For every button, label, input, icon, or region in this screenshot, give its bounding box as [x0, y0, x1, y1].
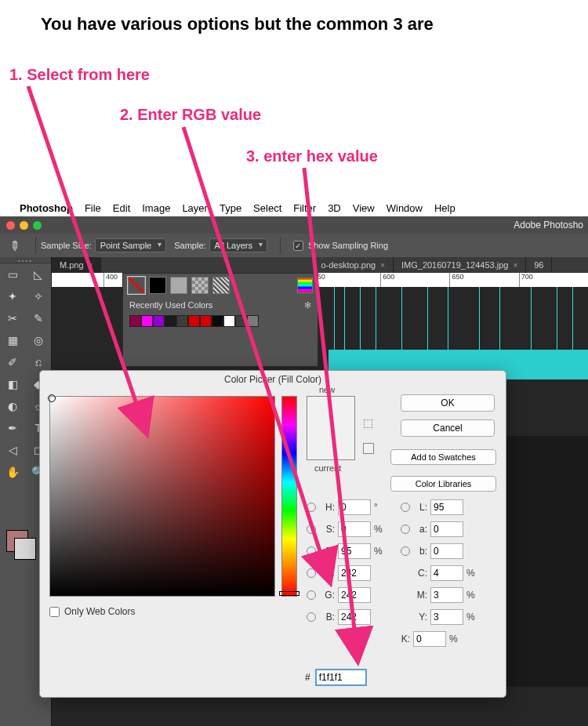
tab-4[interactable]: 96 [526, 257, 552, 273]
swatch-item[interactable] [247, 315, 259, 327]
add-to-swatches-button[interactable]: Add to Swatches [390, 449, 496, 465]
color-field-cursor[interactable] [48, 394, 56, 402]
selection-tool-icon[interactable]: ◺ [26, 263, 52, 285]
no-fill-icon[interactable] [128, 277, 145, 294]
panel-grip[interactable]: •••• [0, 257, 51, 263]
swatch-item[interactable] [223, 315, 235, 327]
unit-y: % [466, 612, 477, 623]
input-g[interactable]: 242 [338, 587, 371, 603]
menu-file[interactable]: File [85, 202, 101, 214]
solid-fill-icon[interactable] [149, 277, 166, 294]
eraser-tool-icon[interactable]: ◧ [0, 373, 26, 395]
path-tool-icon[interactable]: ◁ [0, 439, 26, 461]
color-libraries-button[interactable]: Color Libraries [390, 476, 496, 492]
radio-bv[interactable] [307, 546, 316, 556]
slice-tool-icon[interactable]: ▦ [0, 329, 26, 351]
swatch-item[interactable] [188, 315, 200, 327]
tab-3[interactable]: IMG_20160719_124453.jpg× [394, 257, 526, 273]
tab-1[interactable]: M.png× [52, 257, 101, 273]
swatch-item[interactable] [129, 315, 141, 327]
wand-tool-icon[interactable]: ✧ [26, 285, 52, 307]
menu-filter[interactable]: Filter [293, 202, 316, 214]
radio-a[interactable] [401, 525, 410, 534]
swatch-item[interactable] [176, 315, 188, 327]
radio-b[interactable] [401, 546, 410, 556]
spectrum-icon[interactable] [297, 278, 313, 293]
menu-window[interactable]: Window [387, 202, 423, 214]
only-web-colors[interactable]: Only Web Colors [49, 606, 135, 617]
menu-layer[interactable]: Layer [182, 202, 208, 214]
menu-image[interactable]: Image [142, 202, 170, 214]
input-s[interactable]: 0 [338, 521, 371, 537]
tab-close-icon[interactable]: × [513, 261, 517, 270]
input-l[interactable]: 95 [430, 499, 463, 515]
input-bv[interactable]: 95 [338, 543, 371, 559]
only-web-colors-checkbox[interactable] [49, 607, 60, 617]
label-s: S: [319, 524, 335, 535]
radio-s[interactable] [307, 525, 316, 534]
menu-type[interactable]: Type [220, 202, 241, 214]
window-maximize-button[interactable] [33, 221, 42, 230]
input-y[interactable]: 3 [430, 609, 463, 625]
window-close-button[interactable] [6, 221, 15, 230]
lasso-tool-icon[interactable]: ✦ [0, 285, 26, 307]
radio-h[interactable] [307, 503, 316, 512]
heal-tool-icon[interactable]: ◎ [26, 329, 52, 351]
ok-button[interactable]: OK [401, 394, 495, 412]
crop-tool-icon[interactable]: ✂ [0, 307, 26, 329]
swatch-item[interactable] [153, 315, 165, 327]
input-h[interactable]: 0 [338, 499, 371, 515]
tab-close-icon[interactable]: × [89, 261, 93, 270]
menu-edit[interactable]: Edit [113, 202, 130, 214]
menu-view[interactable]: View [353, 202, 375, 214]
hand-tool-icon[interactable]: ✋ [0, 461, 26, 483]
radio-r[interactable] [307, 568, 316, 578]
cube-icon[interactable]: ⬚ [363, 416, 373, 429]
add-swatch-chip[interactable] [363, 443, 374, 454]
eyedropper-tool-icon[interactable]: ✎ [26, 307, 52, 329]
sample-dropdown[interactable]: All Layers [209, 238, 267, 252]
move-tool-icon[interactable]: ▭ [0, 263, 26, 285]
tab-2[interactable]: o-desktop.png× [313, 257, 394, 273]
hue-slider[interactable] [281, 396, 297, 597]
swatch-item[interactable] [141, 315, 153, 327]
hex-input[interactable]: f1f1f1 [315, 669, 367, 686]
input-a[interactable]: 0 [430, 521, 463, 537]
menu-app-name[interactable]: Photoshop [20, 202, 73, 214]
input-k[interactable]: 0 [413, 631, 446, 647]
panel-gear-icon[interactable]: ✻ [304, 300, 311, 310]
swatch-item[interactable] [165, 315, 176, 327]
input-b[interactable]: 0 [430, 543, 463, 559]
ruler-mark: 550 [311, 273, 380, 287]
swatch-item[interactable] [200, 315, 212, 327]
pattern2-fill-icon[interactable] [212, 277, 230, 294]
input-r[interactable]: 242 [338, 565, 371, 581]
swatch-item[interactable] [235, 315, 247, 327]
radio-l[interactable] [401, 503, 410, 512]
menu-3d[interactable]: 3D [328, 202, 341, 214]
hue-slider-cursor[interactable] [279, 591, 299, 596]
background-swatch[interactable] [14, 538, 36, 560]
window-minimize-button[interactable] [20, 221, 28, 230]
menu-select[interactable]: Select [253, 202, 281, 214]
pattern-fill-icon[interactable] [191, 277, 209, 294]
radio-g[interactable] [307, 590, 316, 600]
cancel-button[interactable]: Cancel [401, 419, 495, 437]
radio-bl[interactable] [307, 612, 316, 622]
tab-label: o-desktop.png [321, 260, 376, 270]
pen-tool-icon[interactable]: ✒ [0, 417, 26, 439]
input-m[interactable]: 3 [430, 587, 463, 603]
tab-close-icon[interactable]: × [380, 261, 385, 270]
swatch-item[interactable] [212, 315, 223, 327]
blur-tool-icon[interactable]: ◐ [0, 395, 26, 417]
label-y: Y: [413, 612, 427, 623]
gradient-fill-icon[interactable] [170, 277, 187, 294]
color-field[interactable] [49, 396, 275, 597]
input-c[interactable]: 4 [430, 565, 463, 581]
brush-tool-icon[interactable]: ✐ [0, 351, 26, 373]
show-sampling-ring-checkbox[interactable]: ✓ [293, 241, 303, 251]
eyedropper-tool-icon[interactable]: ✎ [5, 237, 24, 255]
menu-help[interactable]: Help [434, 202, 456, 214]
input-bl[interactable]: 242 [338, 609, 371, 625]
sample-size-dropdown[interactable]: Point Sample [95, 238, 166, 252]
